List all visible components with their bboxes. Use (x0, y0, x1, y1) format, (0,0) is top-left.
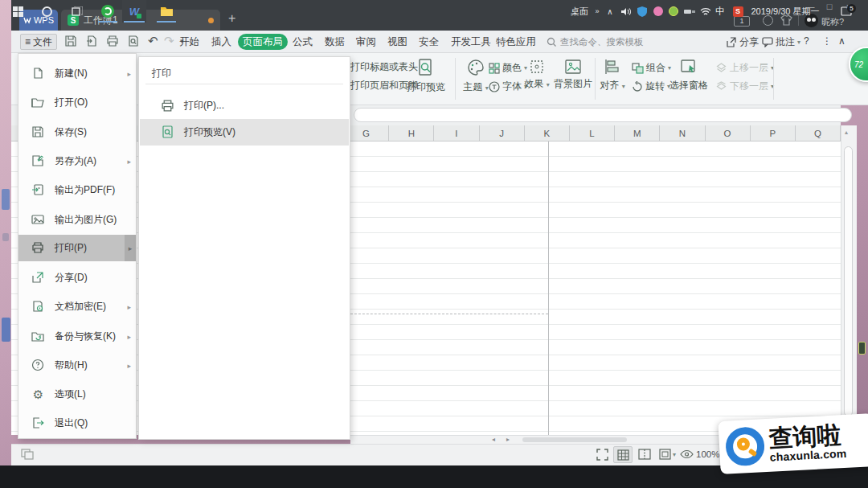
help-circle-icon (31, 359, 45, 372)
file-menu-item-export-pdf[interactable]: 输出为PDF(F) (18, 177, 136, 203)
collapse-ribbon-icon[interactable]: ∧ (838, 35, 845, 47)
horizontal-scroll-thumb[interactable] (522, 437, 627, 442)
column-header[interactable]: O (706, 125, 751, 141)
print-preview-button[interactable]: 打印预览 (405, 58, 447, 94)
formula-input[interactable] (354, 108, 852, 122)
more-options-icon[interactable]: ⋮ (822, 35, 832, 47)
file-menu-item-encrypt[interactable]: 文档加密(E) ▸ (18, 293, 136, 320)
running-indicator (124, 21, 145, 23)
page-break-view-icon[interactable] (638, 449, 651, 460)
file-menu-item-backup[interactable]: 备份与恢复(K) ▸ (18, 323, 136, 350)
search-placeholder: 查找命令、搜索模板 (560, 36, 644, 48)
help-button[interactable]: ? (804, 35, 809, 47)
file-menu-item-exit[interactable]: 退出(Q) (18, 410, 136, 437)
gear-icon: ⚙ (31, 388, 45, 401)
tab-formulas[interactable]: 公式 (293, 35, 313, 49)
redo-icon[interactable]: ↷ (164, 34, 174, 48)
file-menu-item-save[interactable]: 保存(S) (18, 119, 136, 146)
document-encrypt-icon (31, 300, 45, 314)
file-menu-item-new[interactable]: 新建(N) ▸ (18, 60, 136, 87)
fullscreen-icon[interactable] (596, 449, 608, 461)
comment-button[interactable]: 批注 ▾ (762, 35, 800, 49)
align-button[interactable]: 对齐 ▾ (596, 58, 628, 92)
group-button[interactable]: 组合 ▾ (632, 61, 671, 75)
print-preview-icon[interactable] (127, 35, 141, 49)
tray-app-pink-icon[interactable] (651, 0, 665, 23)
theme-button[interactable]: 主题 ▾ (460, 58, 492, 94)
print-icon[interactable] (106, 35, 121, 49)
toolbar-chevrons-icon[interactable]: » (592, 0, 602, 23)
tab-devtools[interactable]: 开发工具 (451, 35, 491, 49)
column-header[interactable]: G (344, 125, 389, 141)
network-wifi-icon[interactable] (698, 0, 713, 23)
task-view-icon[interactable] (66, 0, 88, 23)
column-header[interactable]: M (615, 125, 660, 141)
cortana-icon[interactable] (35, 0, 58, 23)
scroll-left-icon[interactable]: ◂ (492, 436, 495, 443)
submenu-arrow-icon: ▸ (125, 235, 136, 261)
rotate-button[interactable]: 旋转 ▾ (632, 80, 670, 93)
command-search[interactable]: 查找命令、搜索模板 (547, 36, 644, 48)
file-menu-item-help[interactable]: 帮助(H) ▸ (18, 352, 136, 379)
column-header[interactable]: N (660, 125, 705, 141)
undo-icon[interactable]: ↶ (148, 34, 158, 48)
file-menu-label: 保存(S) (55, 125, 87, 139)
maximize-button[interactable]: □ (821, 2, 837, 11)
effects-button[interactable]: 效果 ▾ (521, 59, 553, 91)
wps-taskbar-button-active[interactable]: W (122, 0, 146, 23)
print-dialog-item[interactable]: 打印(P)... (140, 92, 349, 119)
usb-device-icon[interactable] (682, 0, 698, 23)
new-tab-button[interactable]: + (228, 11, 235, 26)
column-header[interactable]: Q (796, 125, 841, 141)
file-menu-item-options[interactable]: ⚙ 选项(L) (18, 381, 136, 408)
file-menu-item-open[interactable]: 打开(O) (18, 89, 136, 116)
volume-icon[interactable] (619, 0, 633, 23)
file-menu-button[interactable]: ≡ 文件 (20, 34, 57, 50)
file-menu-item-export-image[interactable]: 输出为图片(G) (18, 207, 136, 233)
browser-app-icon[interactable] (96, 0, 119, 23)
clock-date[interactable]: 2019/9/30 星期一 (751, 0, 820, 23)
tray-app-green-icon[interactable] (666, 0, 681, 23)
column-header[interactable]: P (751, 125, 796, 141)
start-button[interactable] (6, 0, 29, 23)
tab-security[interactable]: 安全 (419, 35, 439, 49)
input-method-app-icon[interactable]: S (730, 0, 746, 23)
tab-view[interactable]: 视图 (387, 35, 407, 49)
background-image-button[interactable]: 背景图片 (553, 59, 593, 91)
column-header[interactable]: H (389, 125, 434, 141)
selection-pane-button[interactable]: 选择窗格 (669, 58, 709, 92)
ime-indicator[interactable]: 中 (714, 0, 727, 23)
tab-data[interactable]: 数据 (325, 35, 345, 49)
file-menu-label: 备份与恢复(K) (55, 330, 116, 343)
security-shield-icon[interactable] (635, 0, 649, 23)
column-header[interactable]: I (434, 125, 479, 141)
file-menu-item-save-as[interactable]: 另存为(A) ▸ (18, 148, 136, 174)
file-explorer-icon[interactable] (154, 0, 178, 23)
eye-protection-icon[interactable] (680, 449, 694, 459)
tab-review[interactable]: 审阅 (356, 35, 376, 49)
file-menu-item-print[interactable]: 打印(P) ▸ (18, 235, 136, 261)
hidden-icons-chevron[interactable]: ∧ (604, 0, 616, 23)
tab-special-apps[interactable]: 特色应用 (496, 35, 536, 49)
print-preview-item[interactable]: 打印预览(V) (140, 119, 349, 146)
page-layout-view-button[interactable]: ▾ (659, 449, 676, 460)
normal-view-button[interactable] (613, 446, 633, 463)
column-header[interactable]: K (525, 125, 570, 141)
desktop-toolbar-label[interactable]: 桌面 (567, 0, 592, 23)
vertical-scroll-thumb[interactable] (844, 146, 853, 416)
column-header[interactable]: L (570, 125, 615, 141)
new-document-icon (31, 67, 45, 80)
notification-center-icon[interactable]: 5 (836, 0, 857, 23)
sheet-tabs-icon[interactable] (21, 449, 34, 460)
tab-page-layout[interactable]: 页面布局 (238, 34, 288, 50)
file-menu-item-share[interactable]: 分享(D) (18, 265, 136, 291)
tab-home[interactable]: 开始 (179, 35, 199, 49)
column-header[interactable]: J (480, 125, 525, 141)
save-icon[interactable] (64, 35, 79, 49)
scroll-right-icon[interactable]: ▸ (506, 436, 510, 443)
scroll-up-icon[interactable]: ▴ (845, 129, 848, 136)
share-button[interactable]: 分享 (726, 35, 759, 49)
tab-insert[interactable]: 插入 (211, 35, 231, 49)
save-as-icon (31, 154, 45, 168)
export-pdf-icon[interactable] (85, 35, 100, 49)
